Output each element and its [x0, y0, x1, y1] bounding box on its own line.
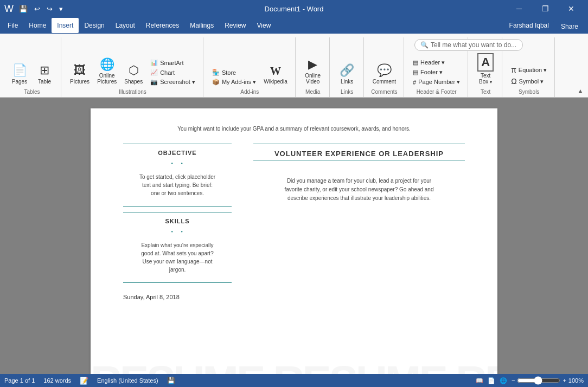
media-group-label: Media [305, 89, 320, 95]
print-layout-icon[interactable]: 📄 [488, 377, 495, 384]
objective-text: To get started, click placeholdertext an… [123, 173, 232, 197]
tell-me-box[interactable]: 🔍 Tell me what you want to do... [414, 39, 523, 51]
links-icon: 🔗 [340, 63, 354, 78]
ribbon: 📄 Pages ⊞ Table Tables 🖼 Pictures 🌐 Onli… [0, 34, 588, 98]
pages-icon: 📄 [12, 63, 27, 78]
zoom-controls: − + 100% [512, 376, 584, 385]
volunteer-text: Did you manage a team for your club, lea… [253, 177, 465, 203]
zoom-out-button[interactable]: − [512, 377, 515, 384]
right-column: VOLUNTEER EXPERIENCE OR LEADERSHIP Did y… [253, 144, 465, 300]
document-area: You might want to include your GPA and a… [0, 98, 588, 374]
read-mode-icon[interactable]: 📖 [476, 377, 483, 384]
objective-title: OBJECTIVE [123, 150, 232, 156]
ribbon-collapse-button[interactable]: ▲ [577, 87, 584, 95]
page-number-button[interactable]: # Page Number ▾ [410, 78, 463, 87]
title-bar-title: Document1 - Word [265, 5, 324, 13]
menu-bar: File Home Insert Design Layout Reference… [0, 17, 588, 34]
wikipedia-icon: W [270, 65, 281, 78]
menu-item-mailings[interactable]: Mailings [184, 18, 219, 33]
menu-item-review[interactable]: Review [219, 18, 251, 33]
header-button[interactable]: ▤ Header ▾ [410, 58, 463, 67]
restore-button[interactable]: ❐ [533, 0, 558, 17]
skills-line-top [123, 212, 232, 212]
shapes-icon: ⬡ [129, 63, 139, 78]
footer-icon: ▤ [413, 69, 418, 76]
menu-item-design[interactable]: Design [79, 18, 110, 33]
symbol-button[interactable]: Ω Symbol ▾ [508, 76, 550, 87]
status-right: 📖 📄 🌐 − + 100% [476, 376, 584, 385]
title-bar-left: W 💾 ↩ ↪ ▾ [4, 3, 65, 15]
page-indicator: Page 1 of 1 [4, 377, 35, 384]
share-button[interactable]: Share [553, 21, 586, 33]
objective-dots: ・・ [123, 158, 232, 170]
save-icon[interactable]: 💾 [17, 4, 30, 14]
word-icon: W [4, 3, 14, 15]
menu-item-view[interactable]: View [252, 18, 277, 33]
addins-group-label: Add-ins [240, 89, 259, 95]
zoom-slider[interactable] [517, 376, 560, 385]
online-video-button[interactable]: ▶ OnlineVideo [301, 55, 325, 87]
proofing-icon[interactable]: 📝 [80, 377, 88, 385]
header-icon: ▤ [413, 59, 418, 66]
pages-button[interactable]: 📄 Pages [8, 61, 31, 87]
screenshot-icon: 📷 [150, 79, 158, 86]
smartart-button[interactable]: 📊 SmartArt [147, 58, 199, 67]
chart-button[interactable]: 📈 Chart [147, 68, 199, 77]
equation-button[interactable]: π Equation ▾ [508, 64, 550, 75]
menu-item-references[interactable]: References [140, 18, 184, 33]
wikipedia-button[interactable]: W Wikipedia [260, 63, 290, 87]
undo-icon[interactable]: ↩ [32, 4, 42, 14]
illustrations-group-label: Illustrations [119, 89, 146, 95]
pictures-button[interactable]: 🖼 Pictures [67, 61, 93, 87]
my-addins-button[interactable]: 📦 My Add-ins ▾ [209, 78, 259, 87]
minimize-button[interactable]: ─ [507, 0, 532, 17]
symbol-icon: Ω [511, 77, 516, 86]
window-controls: ─ ❐ ✕ [507, 0, 584, 17]
tables-group-label: Tables [24, 89, 40, 95]
volunteer-line-bottom [253, 160, 465, 160]
menu-item-insert[interactable]: Insert [52, 18, 79, 33]
text-group-label: Text [481, 89, 490, 95]
table-icon: ⊞ [40, 63, 49, 78]
web-layout-icon[interactable]: 🌐 [500, 377, 507, 384]
top-text: You might want to include your GPA and a… [123, 125, 465, 133]
ribbon-group-media: ▶ OnlineVideo Media [297, 37, 330, 97]
menu-item-home[interactable]: Home [23, 18, 52, 33]
chart-icon: 📈 [150, 69, 158, 76]
header-footer-group-label: Header & Footer [417, 89, 457, 95]
redo-icon[interactable]: ↪ [44, 4, 55, 14]
smartart-icon: 📊 [150, 59, 158, 66]
online-pictures-button[interactable]: 🌐 OnlinePictures [94, 55, 120, 87]
shapes-button[interactable]: ⬡ Shapes [121, 61, 146, 87]
links-button[interactable]: 🔗 Links [335, 61, 359, 87]
close-button[interactable]: ✕ [559, 0, 584, 17]
page-number-icon: # [413, 79, 416, 86]
left-column: OBJECTIVE ・・ To get started, click place… [123, 144, 232, 300]
more-icon[interactable]: ▾ [57, 4, 65, 14]
document-page[interactable]: You might want to include your GPA and a… [91, 108, 497, 374]
menu-item-layout[interactable]: Layout [110, 18, 140, 33]
equation-icon: π [511, 66, 516, 74]
store-button[interactable]: 🏪 Store [209, 68, 259, 77]
zoom-in-button[interactable]: + [563, 377, 566, 384]
skills-dots: ・・ [123, 227, 232, 238]
user-name: Farshad Iqbal [509, 22, 553, 29]
skills-title: SKILLS [123, 218, 232, 224]
links-group-label: Links [341, 89, 353, 95]
my-addins-icon: 📦 [212, 79, 220, 86]
document-title: Document1 - Word [265, 5, 324, 13]
comments-group-label: Comments [371, 89, 397, 95]
table-button[interactable]: ⊞ Table [33, 61, 56, 87]
screenshot-button[interactable]: 📷 Screenshot ▾ [147, 78, 199, 87]
store-icon: 🏪 [212, 69, 220, 76]
footer-button[interactable]: ▤ Footer ▾ [410, 68, 463, 77]
menu-item-file[interactable]: File [2, 18, 23, 33]
comment-button[interactable]: 💬 Comment [369, 61, 399, 87]
symbols-group-label: Symbols [519, 89, 539, 95]
search-icon: 🔍 [420, 41, 429, 49]
online-pictures-icon: 🌐 [100, 57, 114, 72]
skills-text: Explain what you're especiallygood at. W… [123, 241, 232, 274]
comment-icon: 💬 [377, 63, 392, 78]
text-box-button[interactable]: A TextBox ▾ [474, 51, 497, 87]
page-watermark: RESUME RESUME RESUME [91, 357, 497, 374]
